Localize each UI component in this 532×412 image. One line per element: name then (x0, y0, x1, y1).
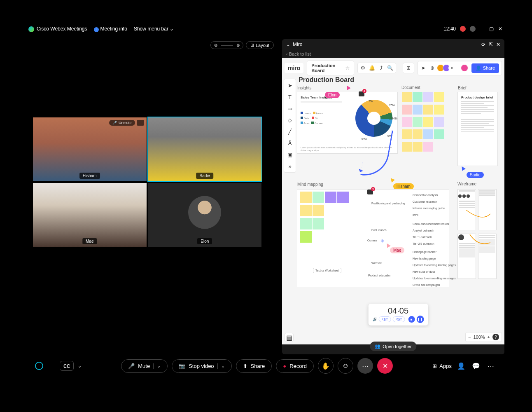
nametag: Sadie (196, 173, 213, 179)
wireframe-frame[interactable] (457, 189, 499, 288)
reactions-button[interactable]: ☺ (338, 358, 353, 374)
comment-icon[interactable]: 4 (359, 91, 364, 96)
wireframe-label: Wireframe (457, 182, 476, 186)
miro-canvas[interactable]: Production Board Insights Sales Team Ins… (294, 75, 502, 328)
video-tile-mae[interactable]: Mae (33, 183, 147, 247)
search-icon[interactable]: 🔍 (387, 65, 393, 71)
zoom-out-icon[interactable]: ⊖ (214, 43, 217, 47)
sticky-tool[interactable]: ▭ (286, 105, 294, 112)
cc-chevron-icon[interactable]: ⌄ (78, 363, 82, 369)
more-menu-icon[interactable]: ⋯ (485, 358, 496, 374)
bell-icon[interactable]: 🔔 (369, 65, 375, 71)
assistant-icon[interactable] (35, 362, 43, 370)
share-button[interactable]: 👤Share (471, 63, 499, 73)
open-together-button[interactable]: 👥Open together (370, 342, 416, 351)
meeting-controls: cc ⌄ 🎤Mute⌄ 📷Stop video⌄ ⬆Share ●Record … (23, 358, 509, 374)
timer-stop-button[interactable]: ■ (408, 316, 415, 323)
miro-logo[interactable]: miro (285, 63, 303, 73)
brief-frame[interactable]: Brief Product design brief (457, 92, 498, 166)
chevron-down-icon[interactable]: ⌄ (217, 363, 225, 369)
timer-widget[interactable]: 04·05 🔊 +1m +5m ■ ❚❚ (369, 304, 428, 325)
end-call-button[interactable]: ✕ (377, 358, 393, 374)
timer-plus-1m[interactable]: +1m (379, 316, 391, 322)
popout-icon[interactable]: ⇱ (489, 42, 493, 47)
meeting-info-button[interactable]: iMeeting info (94, 26, 127, 32)
video-face (33, 117, 147, 181)
zoom-in-icon[interactable]: ⊕ (236, 43, 240, 47)
refresh-icon[interactable]: ⟳ (481, 42, 485, 47)
map-icon[interactable]: ▤ (285, 333, 294, 342)
zoom-out-button[interactable]: − (468, 335, 471, 339)
back-to-list-button[interactable]: ‹ Back to list (282, 50, 504, 58)
close-button[interactable]: ✕ (498, 26, 503, 31)
cursor-icon[interactable]: ➤ (420, 65, 426, 71)
mute-button[interactable]: 🎤Mute⌄ (121, 359, 168, 373)
raise-hand-button[interactable]: ✋ (318, 358, 334, 374)
minimize-button[interactable]: ─ (480, 26, 485, 31)
zoom-slider[interactable]: ⊖ ⊕ (210, 41, 243, 49)
brief-title: Product design brief (461, 96, 494, 99)
avatar-self[interactable] (461, 64, 468, 72)
mic-muted-icon: 🎤 (112, 121, 117, 125)
board-name[interactable]: Production Board☆ (307, 61, 354, 75)
reaction-icon[interactable]: ⊕ (429, 65, 435, 71)
video-tile-hisham[interactable]: 🎤Unmute ⋯ Hisham (33, 117, 147, 181)
export-icon[interactable]: ⤴ (378, 65, 384, 71)
stop-video-button[interactable]: 📷Stop video⌄ (172, 359, 231, 373)
maximize-button[interactable]: ▢ (489, 26, 494, 31)
lock-icon[interactable] (470, 26, 476, 32)
mindmap-content: Tactics Worksheet Positioning and packag… (297, 190, 449, 288)
apps-grid-icon: ⊞ (406, 65, 411, 71)
zoom-in-button[interactable]: + (488, 335, 490, 339)
settings-icon[interactable]: ⚙ (360, 65, 366, 71)
participant-avatars[interactable]: 8 (439, 64, 456, 72)
record-button[interactable]: ●Record (276, 359, 314, 373)
help-button[interactable]: ? (492, 334, 499, 340)
person-icon: 👤 (476, 66, 481, 71)
board-heading: Production Board (299, 76, 354, 84)
zoom-track[interactable] (221, 45, 233, 46)
line-tool[interactable]: ╱ (286, 128, 294, 135)
sound-icon[interactable]: 🔊 (373, 317, 377, 321)
share-screen-icon: ⬆ (243, 363, 247, 369)
more-options-button[interactable]: ⋯ (357, 358, 373, 374)
timer-plus-5m[interactable]: +5m (393, 316, 405, 322)
select-tool[interactable]: ➤ (286, 82, 294, 89)
zoom-value[interactable]: 100% (473, 335, 485, 339)
layout-controls: ⊖ ⊕ ⊞Layout (210, 41, 274, 49)
close-panel-icon[interactable]: ✕ (496, 42, 500, 47)
pen-tool[interactable]: Å (286, 139, 294, 147)
insights-title: Sales Team Insights (301, 96, 394, 99)
shape-tool[interactable]: ◇ (286, 116, 294, 124)
frame-label: Brief (458, 86, 467, 90)
video-tile-sadie[interactable]: Sadie (148, 117, 262, 181)
avatar-count: 8 (448, 64, 456, 72)
timer-pause-button[interactable]: ❚❚ (416, 316, 424, 323)
titlebar: Cisco Webex Meetings iMeeting info Show … (23, 23, 509, 35)
more-tools[interactable]: » (286, 162, 294, 170)
star-icon[interactable]: ☆ (345, 66, 350, 71)
mindmap-frame[interactable]: Mind mapping 3 Tactics Worksheet Positio… (297, 189, 449, 288)
cursor-sadie: Sadie (467, 172, 484, 178)
tile-options-button[interactable]: ⋯ (137, 120, 144, 126)
record-indicator-icon[interactable] (460, 26, 466, 32)
chevron-down-icon: ⌄ (170, 26, 174, 32)
text-tool[interactable]: T (286, 93, 294, 101)
participants-icon[interactable]: 👤 (456, 358, 467, 374)
chevron-down-icon[interactable]: ⌄ (153, 363, 161, 369)
cc-button[interactable]: cc (60, 361, 74, 371)
layout-button[interactable]: ⊞Layout (246, 41, 274, 49)
frame-tool[interactable]: ▣ (286, 151, 294, 158)
share-button[interactable]: ⬆Share (236, 359, 272, 373)
apps-icon-group[interactable]: ⊞ (403, 63, 414, 73)
add-node-icon[interactable]: ⊕ (380, 239, 384, 243)
document-frame[interactable]: Document (401, 92, 451, 154)
collapse-icon[interactable]: ⌄ (286, 42, 290, 47)
video-tile-elon[interactable]: Elon (148, 183, 262, 247)
miro-board: miro Production Board☆ ⚙ 🔔 ⤴ 🔍 ⊞ ➤ ⊕ (282, 58, 504, 344)
apps-button[interactable]: ⊞Apps (432, 363, 452, 369)
unmute-button[interactable]: 🎤Unmute (109, 120, 135, 126)
show-menu-button[interactable]: Show menu bar ⌄ (134, 26, 174, 32)
zoom-control: − 100% + ? (465, 332, 502, 342)
chat-icon[interactable]: 💬 (471, 358, 481, 374)
